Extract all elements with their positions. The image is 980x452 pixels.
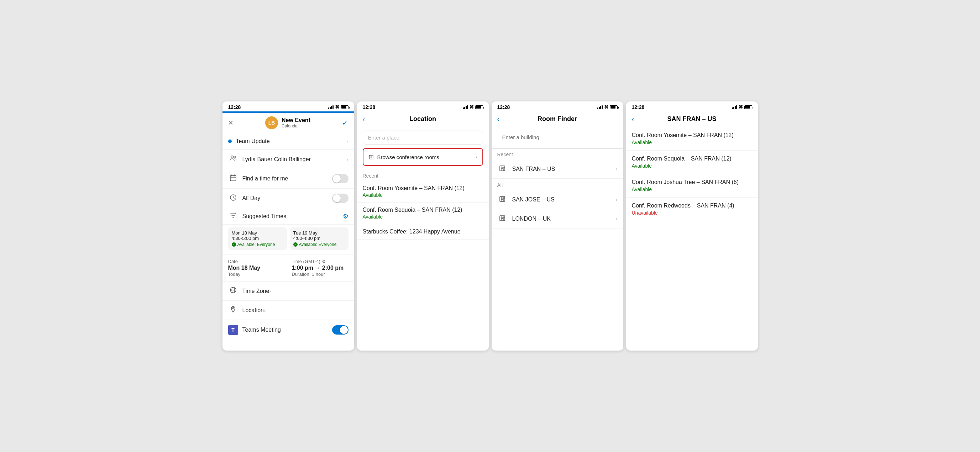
location-search-placeholder: Enter a place xyxy=(368,135,399,140)
find-time-label: Find a time for me xyxy=(242,175,288,181)
building-item-sanjose[interactable]: SAN JOSE – US › xyxy=(492,190,623,209)
calendar-label: Calendar xyxy=(282,124,310,129)
find-time-toggle[interactable] xyxy=(332,174,348,183)
building-search-field[interactable] xyxy=(492,127,623,149)
svg-rect-14 xyxy=(500,216,505,221)
screen-sanfran-rooms: 12:28 ⌘ ‹ SAN FRAN – US Conf. Room Yosem xyxy=(626,102,758,350)
time-slot-2[interactable]: Tue 19 May 4:00-4:30 pm Available: Every… xyxy=(290,228,348,250)
date-label: Date xyxy=(228,259,285,264)
recent-item-1[interactable]: Conf. Room Yosemite – SAN FRAN (12) Avai… xyxy=(357,181,489,202)
suggested-icon xyxy=(228,212,238,221)
gmt-label: Time (GMT-4) ⚙ xyxy=(292,259,348,264)
status-icons-4: ⌘ xyxy=(732,105,752,110)
back-icon-2[interactable]: ‹ xyxy=(363,115,374,123)
timezone-row[interactable]: Time Zone › xyxy=(223,282,354,301)
room-item-3[interactable]: Conf. Room Joshua Tree – SAN FRAN (6) Av… xyxy=(626,174,758,197)
attendees-row[interactable]: Lydia Bauer Colin Ballinger › xyxy=(223,150,354,169)
status-bar-2: 12:28 ⌘ xyxy=(357,102,489,111)
building-item-london[interactable]: LONDON – UK › xyxy=(492,209,623,229)
svg-rect-11 xyxy=(500,196,505,201)
signal-icon-2 xyxy=(463,105,468,109)
back-icon-4[interactable]: ‹ xyxy=(632,115,643,123)
all-day-toggle[interactable] xyxy=(332,194,348,203)
timezone-icon xyxy=(228,286,238,295)
team-update-row[interactable]: Team Update › xyxy=(223,133,354,150)
room-4-status: Unavailable xyxy=(632,210,752,216)
all-day-content: All Day xyxy=(242,195,332,201)
teams-toggle[interactable] xyxy=(332,325,348,334)
building-chevron-1: › xyxy=(616,166,617,172)
date-col: Date Mon 18 May Today xyxy=(228,259,285,277)
svg-rect-9 xyxy=(501,167,502,168)
slot1-date: Mon 18 May xyxy=(232,230,283,236)
location-screen-title: Location xyxy=(374,115,473,123)
location-search[interactable]: Enter a place xyxy=(363,131,483,145)
new-event-header: ✕ LB New Event Calendar ✓ xyxy=(223,113,354,133)
time-slots: Mon 18 May 4:30-5:00 pm Available: Every… xyxy=(223,224,354,255)
time-3: 12:28 xyxy=(497,104,510,110)
signal-icon-3 xyxy=(597,105,603,109)
status-bar-3: 12:28 ⌘ xyxy=(492,102,623,111)
slot2-date: Tue 19 May xyxy=(293,230,345,236)
confirm-icon[interactable]: ✓ xyxy=(342,118,348,127)
chevron-icon: › xyxy=(346,138,348,145)
time-1: 12:28 xyxy=(228,104,241,110)
svg-rect-2 xyxy=(230,175,236,181)
attendees-content: Lydia Bauer Colin Ballinger xyxy=(242,156,347,162)
attendees-icon xyxy=(228,155,238,164)
filter-icon[interactable]: ⚙ xyxy=(343,212,348,220)
find-time-icon xyxy=(228,174,238,183)
event-title: New Event xyxy=(282,117,310,124)
svg-point-1 xyxy=(234,156,235,158)
teams-row[interactable]: T Teams Meeting xyxy=(223,320,354,340)
room-3-name: Conf. Room Joshua Tree – SAN FRAN (6) xyxy=(632,179,752,185)
back-icon-3[interactable]: ‹ xyxy=(497,115,508,123)
room-item-4[interactable]: Conf. Room Redwoods – SAN FRAN (4) Unava… xyxy=(626,197,758,221)
wifi-icon-2: ⌘ xyxy=(469,105,474,110)
recent-item-3[interactable]: Starbucks Coffee: 1234 Happy Avenue xyxy=(357,224,489,240)
wifi-icon-3: ⌘ xyxy=(604,105,608,110)
location-label: Location xyxy=(242,307,264,314)
svg-rect-15 xyxy=(501,217,502,218)
recent-item-2[interactable]: Conf. Room Sequoia – SAN FRAN (12) Avail… xyxy=(357,202,489,224)
date-value: Mon 18 May xyxy=(228,265,285,271)
timezone-settings-icon: ⚙ xyxy=(322,259,326,264)
room-item-1[interactable]: Conf. Room Yosemite – SAN FRAN (12) Avai… xyxy=(626,127,758,151)
find-time-row[interactable]: Find a time for me xyxy=(223,169,354,189)
battery-icon-4 xyxy=(745,105,752,109)
slot1-avail: Available: Everyone xyxy=(232,242,283,247)
building-chevron-2: › xyxy=(616,196,617,203)
browse-rooms-label: Browse conference rooms xyxy=(377,154,476,160)
datetime-section: Date Mon 18 May Today Time (GMT-4) ⚙ 1:0… xyxy=(223,255,354,282)
browse-rooms-button[interactable]: ⊞ Browse conference rooms › xyxy=(363,148,483,166)
recent-item-2-name: Conf. Room Sequoia – SAN FRAN (12) xyxy=(363,207,483,213)
time-col: Time (GMT-4) ⚙ 1:00 pm → 2:00 pm Duratio… xyxy=(292,259,348,277)
wifi-icon-4: ⌘ xyxy=(739,105,743,110)
location-row[interactable]: Location › xyxy=(223,301,354,320)
find-time-content: Find a time for me xyxy=(242,175,332,182)
datetime-grid: Date Mon 18 May Today Time (GMT-4) ⚙ 1:0… xyxy=(228,259,348,277)
suggested-times-row[interactable]: Suggested Times ⚙ xyxy=(223,208,354,224)
room-finder-header: ‹ Room Finder xyxy=(492,111,623,127)
slot2-time: 4:00-4:30 pm xyxy=(293,236,345,241)
svg-rect-8 xyxy=(500,166,505,171)
time-slot-1[interactable]: Mon 18 May 4:30-5:00 pm Available: Every… xyxy=(228,228,287,250)
date-sub: Today xyxy=(228,272,285,277)
wifi-icon-1: ⌘ xyxy=(335,105,339,110)
dot-icon xyxy=(228,140,232,143)
all-day-row[interactable]: All Day xyxy=(223,189,354,208)
all-day-label: All Day xyxy=(242,195,261,201)
all-label: All xyxy=(492,179,623,190)
building-item-sanfran[interactable]: SAN FRAN – US › xyxy=(492,159,623,179)
location-chevron: › xyxy=(264,307,266,314)
building-search-input[interactable] xyxy=(497,131,617,144)
sanfran-header: ‹ SAN FRAN – US xyxy=(626,111,758,127)
attendees-label: Lydia Bauer Colin Ballinger xyxy=(242,156,311,162)
room-item-2[interactable]: Conf. Room Sequoia – SAN FRAN (12) Avail… xyxy=(626,151,758,174)
building-icon-1 xyxy=(497,164,507,173)
location-header: ‹ Location xyxy=(357,111,489,127)
slot1-time: 4:30-5:00 pm xyxy=(232,236,283,241)
timezone-chevron: › xyxy=(269,288,271,294)
time-2: 12:28 xyxy=(363,104,375,110)
close-icon[interactable]: ✕ xyxy=(228,119,234,127)
